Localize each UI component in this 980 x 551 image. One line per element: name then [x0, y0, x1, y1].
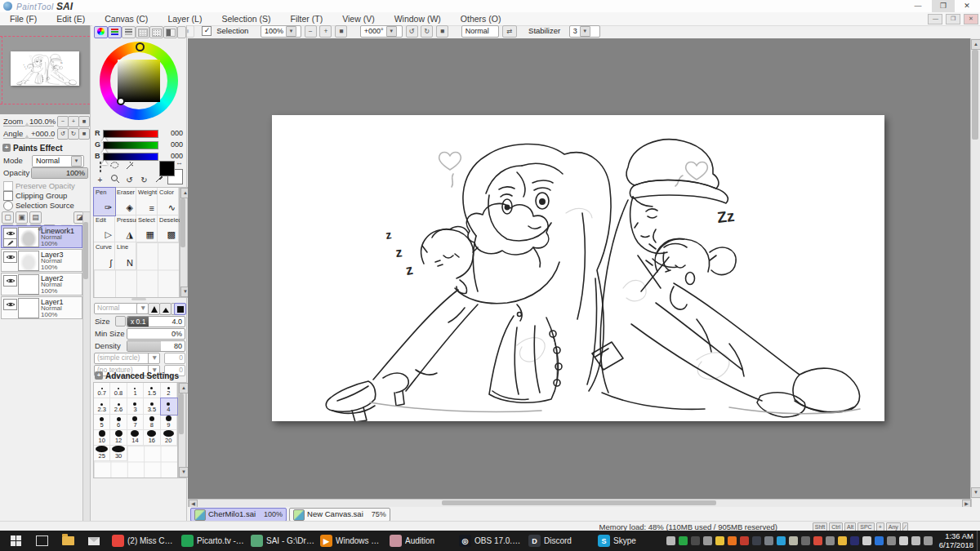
- nav-angle-slider[interactable]: [24, 135, 29, 139]
- hsv-sliders-toggle-icon[interactable]: [122, 26, 136, 38]
- grey-app-icon[interactable]: [801, 536, 810, 545]
- brush-size-cell[interactable]: 30: [110, 446, 127, 461]
- move-tool-icon[interactable]: +: [94, 174, 106, 186]
- brush-size-cell[interactable]: 2.6: [110, 398, 127, 414]
- mail-button[interactable]: [83, 531, 105, 551]
- layer-row[interactable]: ✐ Layer2 Normal 100%: [1, 273, 82, 295]
- lasso-tool-icon[interactable]: [109, 161, 121, 173]
- file-explorer-button[interactable]: [57, 531, 78, 551]
- panel-resize-handle[interactable]: [131, 298, 146, 300]
- brush-size-cell[interactable]: 16: [144, 430, 160, 446]
- zoom-out-button[interactable]: −: [305, 25, 317, 38]
- layer-visible-eye-icon[interactable]: [3, 251, 17, 263]
- opera-app-icon[interactable]: [850, 536, 859, 545]
- hue-marker[interactable]: [136, 42, 145, 51]
- people-icon[interactable]: [666, 536, 675, 545]
- brush-shape-value[interactable]: 0: [164, 353, 185, 364]
- nav-zoom-out-button[interactable]: −: [57, 116, 69, 127]
- brush-size-cell[interactable]: 6: [110, 415, 127, 430]
- magic-wand-tool-icon[interactable]: [123, 161, 136, 173]
- tool-cell[interactable]: Color ∿: [158, 188, 179, 216]
- brush-size-cell[interactable]: 25: [94, 446, 110, 461]
- display-icon[interactable]: [826, 536, 835, 545]
- taskbar-app-button[interactable]: (2) Miss CherB...: [108, 531, 176, 551]
- rgb-sliders-toggle-icon[interactable]: [108, 26, 122, 38]
- red-app-icon[interactable]: [740, 536, 749, 545]
- show-desktop-button[interactable]: [977, 531, 980, 551]
- power-icon[interactable]: [838, 536, 847, 545]
- nav-zoom-in-button[interactable]: +: [68, 116, 79, 127]
- obs-tray-icon[interactable]: [764, 536, 773, 545]
- layer-visible-eye-icon[interactable]: [3, 228, 17, 239]
- amber-app-icon[interactable]: [728, 536, 737, 545]
- custom-palette-toggle-icon[interactable]: [149, 26, 163, 38]
- navigator-panel[interactable]: [0, 25, 91, 114]
- scratchpad-toggle-icon[interactable]: [163, 26, 177, 38]
- brush-size-cell[interactable]: 5: [94, 415, 110, 430]
- brush-size-scrollbar[interactable]: ▲ ▼: [178, 382, 186, 478]
- vertical-scroll-thumb[interactable]: [972, 50, 978, 140]
- brush-size-cell[interactable]: 10: [94, 430, 110, 446]
- pen-settings-icon[interactable]: [924, 536, 933, 545]
- new-linework-layer-button[interactable]: ▣: [16, 211, 28, 224]
- cloud-icon[interactable]: [703, 536, 712, 545]
- webcam-icon[interactable]: [887, 536, 896, 545]
- maximize-button[interactable]: ❐: [932, 0, 955, 12]
- menu-item[interactable]: Window (W): [385, 12, 451, 24]
- foreground-color-swatch[interactable]: [159, 161, 175, 176]
- layer-thumbnail[interactable]: [18, 274, 39, 295]
- rect-select-tool-icon[interactable]: [94, 161, 106, 173]
- sv-marker[interactable]: [117, 97, 125, 105]
- brush-size-cell[interactable]: 0.7: [94, 383, 110, 398]
- zoom-in-button[interactable]: +: [319, 25, 332, 38]
- flip-canvas-button[interactable]: ⇄: [502, 25, 517, 38]
- layer-paint-target-icon[interactable]: [3, 238, 17, 247]
- size-unit-button[interactable]: [115, 316, 126, 327]
- swatches-toggle-icon[interactable]: [136, 26, 149, 38]
- layer-thumbnail[interactable]: [18, 298, 39, 318]
- taskbar-app-button[interactable]: ▶ Windows Medi...: [316, 531, 385, 551]
- tool-cell[interactable]: Pen ✑: [94, 188, 115, 216]
- taskbar-app-button[interactable]: Audition: [385, 531, 454, 551]
- steam-icon[interactable]: [752, 536, 761, 545]
- menu-item[interactable]: Filter (T): [281, 12, 333, 24]
- taskbar-app-button[interactable]: SAI - G:\Drawin...: [247, 531, 315, 551]
- nav-rotate-reset-button[interactable]: ■: [78, 128, 90, 140]
- tool-cell[interactable]: Deselect ▩: [158, 216, 179, 243]
- layer-visible-eye-icon[interactable]: [3, 299, 17, 310]
- rotate-ccw-button[interactable]: ↺: [406, 25, 418, 38]
- menu-item[interactable]: Edit (E): [47, 12, 95, 24]
- brush-size-cell[interactable]: 2: [161, 383, 177, 398]
- zoom-combo[interactable]: 100%▼: [261, 25, 301, 38]
- layer-opacity-slider[interactable]: 100%: [31, 167, 88, 179]
- volume-icon[interactable]: [862, 536, 871, 545]
- layer-row[interactable]: ✐ Linework1 Normal 100%: [1, 225, 82, 248]
- menu-item[interactable]: Others (O): [451, 12, 511, 24]
- rotate-reset-button[interactable]: ■: [436, 25, 448, 38]
- layer-mode-combo[interactable]: Normal▼: [32, 155, 84, 167]
- brush-size-cell[interactable]: 20: [161, 430, 177, 446]
- document-tab[interactable]: CherMilo1.sai100%: [190, 508, 287, 522]
- paints-effect-header[interactable]: +Paints Effect: [2, 144, 63, 153]
- usb-icon[interactable]: [899, 536, 908, 545]
- navigator-thumbnail[interactable]: [11, 51, 79, 86]
- taskbar-app-button[interactable]: S Skype: [594, 531, 662, 551]
- density-slider[interactable]: 80: [127, 340, 185, 352]
- horizontal-scroll-thumb[interactable]: [442, 500, 716, 505]
- brush-size-cell[interactable]: 2.3: [94, 398, 110, 414]
- red-triangle-icon[interactable]: [813, 536, 822, 545]
- taskbar-clock[interactable]: 1:36 AM 6/17/2018: [939, 531, 973, 549]
- brush-size-cell[interactable]: 12: [110, 430, 127, 446]
- hand-tool-icon[interactable]: ↻: [138, 174, 150, 186]
- brush-edge-square-icon[interactable]: [174, 303, 186, 315]
- mdi-close-button[interactable]: ✕: [964, 14, 978, 24]
- channel-slider[interactable]: [103, 141, 158, 149]
- swap-colors-icon[interactable]: ↔: [176, 158, 183, 167]
- brush-size-cell[interactable]: 9: [161, 415, 177, 430]
- rotate-cw-button[interactable]: ↻: [421, 25, 433, 38]
- close-button[interactable]: ✕: [956, 0, 978, 12]
- brush-size-cell[interactable]: 1: [127, 383, 144, 398]
- brush-shape-combo[interactable]: (simple circle): [94, 353, 150, 364]
- tool-mode-combo[interactable]: Normal: [461, 25, 499, 38]
- tool-cell[interactable]: Edit ▷: [94, 216, 115, 243]
